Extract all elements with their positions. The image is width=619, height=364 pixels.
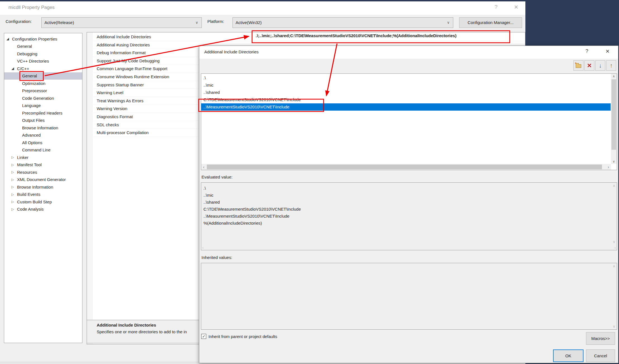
tree-expander-icon[interactable]: ▷ (11, 192, 17, 196)
tree-item[interactable]: Command Line (4, 146, 82, 154)
arrow-up-icon: ↑ (610, 63, 613, 68)
tree-item[interactable]: Output Files (4, 117, 82, 124)
tree-item[interactable]: ▷ Build Events (4, 191, 82, 198)
tree-item-label: General (22, 73, 37, 78)
tree-item[interactable]: ▷ Custom Build Step (4, 198, 82, 206)
tree-item-label: Custom Build Step (17, 199, 52, 204)
arrow-down-icon: ↓ (599, 63, 602, 68)
help-icon[interactable]: ? (583, 48, 591, 54)
tree-item-label: General (17, 44, 32, 49)
scroll-left-icon[interactable]: ‹ (202, 246, 203, 250)
configuration-value: Active(Release) (44, 18, 74, 28)
chevron-down-icon: ∨ (195, 18, 198, 28)
scroll-down-icon[interactable]: ∨ (613, 240, 615, 244)
inherited-values-box: ∧ ∨ (201, 263, 617, 330)
tree-item-label: Linker (17, 155, 29, 160)
configuration-tree: ◢ Configuration Properties General Debug… (4, 33, 82, 343)
tree-item[interactable]: ◢ C/C++ (4, 65, 82, 72)
tree-item[interactable]: Advanced (4, 132, 82, 139)
new-folder-icon (576, 64, 581, 68)
scroll-right-icon[interactable]: › (606, 165, 611, 169)
tree-item[interactable]: General (4, 43, 82, 50)
evaluated-line: %(AdditionalIncludeDirectories) (203, 220, 301, 227)
tree-item[interactable]: General (4, 72, 82, 80)
directory-list-item[interactable]: ..\shared (201, 89, 611, 96)
tree-item[interactable]: Preprocessor (4, 87, 82, 95)
tree-item[interactable]: ▷ Manifest Tool (4, 161, 82, 169)
macros-button[interactable]: Macros>> (586, 332, 615, 345)
vs-ide-background: micdll Property Pages ? ✕ Configuration:… (0, 0, 619, 364)
directory-list-item[interactable]: ..\MeasurementStudioVS2010\VCNET\Include (201, 103, 611, 111)
tree-item-label: Precompiled Headers (22, 111, 62, 115)
delete-line-button[interactable]: ✕ (584, 60, 594, 71)
directories-list: .\ ..\mic ..\shared C:\TDE\MeasurementSt… (201, 74, 611, 111)
tree-expander-icon[interactable]: ▷ (11, 185, 17, 189)
scroll-up-icon[interactable]: ∧ (611, 74, 617, 79)
tree-expander-icon[interactable]: ▷ (11, 170, 17, 174)
additional-include-directories-value[interactable]: .\;..\mic;..\shared;C:\TDE\MeasurementSt… (256, 33, 456, 38)
tree-item-label: Browse Information (17, 185, 53, 189)
tree-item[interactable]: ▷ XML Document Generator (4, 176, 82, 184)
tree-item[interactable]: ▷ Code Analysis (4, 206, 82, 213)
horizontal-scrollbar[interactable]: ‹ › (201, 164, 611, 170)
tree-item[interactable]: Browse Information (4, 124, 82, 132)
scroll-down-icon[interactable]: ∨ (611, 159, 617, 164)
scrollbar-track[interactable] (206, 164, 606, 170)
cancel-button[interactable]: Cancel (586, 349, 615, 362)
close-icon[interactable]: ✕ (603, 48, 612, 54)
evaluated-line: ..\shared (203, 199, 301, 206)
tree-expander-icon[interactable]: ▷ (11, 200, 17, 204)
tree-item[interactable]: Language (4, 102, 82, 110)
tree-item-label: Build Events (17, 192, 40, 197)
evaluated-value-box: .\ ..\mic ..\shared C:\TDE\MeasurementSt… (201, 182, 617, 250)
tree-item[interactable]: ▷ Linker (4, 154, 82, 161)
directory-list-item[interactable]: .\ (201, 74, 611, 82)
tree-item-label: XML Document Generator (17, 177, 66, 182)
scroll-down-icon[interactable]: ∨ (613, 324, 615, 329)
scroll-left-icon[interactable]: ‹ (201, 165, 206, 169)
tree-item[interactable]: Debugging (4, 50, 82, 58)
tree-item[interactable]: ◢ Configuration Properties (4, 35, 82, 43)
window-title: micdll Property Pages (8, 5, 54, 10)
tree-expander-icon[interactable]: ◢ (11, 66, 17, 70)
tree-expander-icon[interactable]: ◢ (6, 37, 12, 41)
move-up-button[interactable]: ↑ (606, 60, 616, 71)
tree-expander-icon[interactable]: ▷ (11, 163, 17, 167)
tree-item[interactable]: All Options (4, 139, 82, 146)
scroll-up-icon[interactable]: ∧ (613, 264, 615, 268)
configuration-dropdown[interactable]: Active(Release) ∨ (41, 17, 202, 28)
tree-expander-icon[interactable]: ▷ (11, 207, 17, 211)
new-line-button[interactable] (573, 60, 584, 71)
evaluated-value-label: Evaluated value: (201, 175, 233, 179)
tree-item-label: C/C++ (17, 66, 29, 71)
tree-item-label: Code Generation (22, 96, 54, 101)
tree-item[interactable]: VC++ Directories (4, 58, 82, 65)
tree-item[interactable]: Precompiled Headers (4, 109, 82, 117)
vertical-scrollbar[interactable]: ∧ ∨ (611, 74, 617, 164)
inherit-defaults-row: ✓ Inherit from parent or project default… (201, 334, 277, 339)
help-icon[interactable]: ? (490, 4, 502, 10)
tree-item[interactable]: ▷ Resources (4, 168, 82, 176)
tree-item-label: Configuration Properties (12, 37, 57, 41)
tree-item[interactable]: Code Generation (4, 94, 82, 102)
tree-item-label: Command Line (22, 147, 51, 152)
directory-list-item[interactable]: ..\mic (201, 82, 611, 89)
scrollbar-thumb[interactable] (207, 165, 602, 169)
move-down-button[interactable]: ↓ (595, 60, 605, 71)
scroll-right-icon[interactable]: › (615, 246, 616, 250)
property-grid-gutter (87, 32, 93, 344)
configuration-manager-button[interactable]: Configuration Manager... (459, 17, 522, 28)
tree-expander-icon[interactable]: ▷ (11, 178, 17, 182)
inherit-defaults-checkbox[interactable]: ✓ (201, 334, 206, 339)
platform-value: Active(Win32) (236, 18, 262, 28)
tree-item[interactable]: ▷ Browse Information (4, 183, 82, 191)
directory-list-item[interactable]: C:\TDE\MeasurementStudioVS2010\VCNET\Inc… (201, 96, 611, 103)
close-icon[interactable]: ✕ (510, 4, 522, 10)
scrollbar-thumb[interactable] (611, 79, 616, 150)
ok-button[interactable]: OK (553, 349, 584, 362)
scroll-up-icon[interactable]: ∧ (613, 184, 615, 188)
platform-dropdown[interactable]: Active(Win32) ∨ (233, 17, 453, 28)
tree-item[interactable]: Optimization (4, 80, 82, 87)
tree-expander-icon[interactable]: ▷ (11, 155, 17, 159)
tree-item-label: Language (22, 103, 41, 108)
